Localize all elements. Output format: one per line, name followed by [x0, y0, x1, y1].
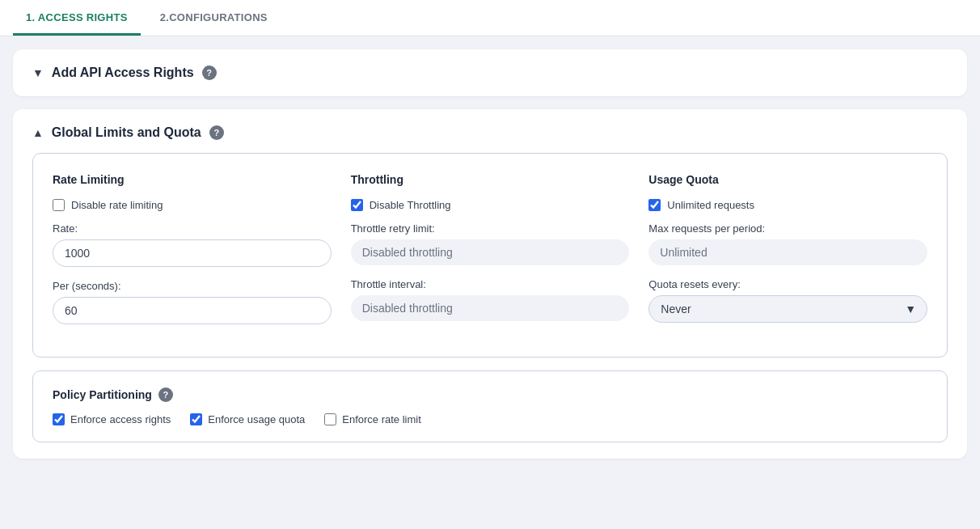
- tab-access-rights[interactable]: 1. ACCESS RIGHTS: [13, 0, 141, 36]
- rate-limiting-column: Rate Limiting Disable rate limiting Rate…: [53, 173, 332, 337]
- policy-partitioning-header: Policy Partitioning ?: [53, 387, 927, 402]
- unlimited-requests-checkbox[interactable]: [648, 199, 661, 211]
- limits-columns: Rate Limiting Disable rate limiting Rate…: [53, 173, 927, 337]
- disable-throttling-label: Disable Throttling: [370, 199, 451, 211]
- rate-form-group: Rate:: [53, 222, 332, 267]
- throttle-interval-input: Disabled throttling: [351, 295, 630, 321]
- throttle-retry-input: Disabled throttling: [351, 239, 630, 265]
- per-seconds-input[interactable]: [53, 297, 332, 324]
- quota-resets-form-group: Quota resets every: Never Daily Weekly M…: [648, 278, 927, 323]
- throttling-column: Throttling Disable Throttling Throttle r…: [351, 173, 630, 337]
- global-limits-help-icon[interactable]: ?: [209, 125, 224, 140]
- disable-rate-limiting-label: Disable rate limiting: [71, 199, 163, 211]
- add-api-title: Add API Access Rights: [52, 66, 194, 80]
- disable-throttling-checkbox[interactable]: [351, 199, 363, 211]
- per-seconds-form-group: Per (seconds):: [53, 280, 332, 324]
- add-api-card-header[interactable]: ▼ Add API Access Rights ?: [32, 66, 948, 80]
- disable-rate-limiting-row: Disable rate limiting: [53, 199, 332, 211]
- unlimited-requests-label: Unlimited requests: [667, 199, 754, 211]
- enforce-rate-checkbox[interactable]: [324, 413, 336, 425]
- enforce-usage-item: Enforce usage quota: [190, 413, 305, 425]
- global-limits-card-header[interactable]: ▲ Global Limits and Quota ?: [32, 125, 948, 140]
- limits-inner-box: Rate Limiting Disable rate limiting Rate…: [32, 153, 948, 358]
- policy-checkboxes-row: Enforce access rights Enforce usage quot…: [53, 413, 927, 425]
- enforce-usage-checkbox[interactable]: [190, 413, 202, 425]
- quota-resets-label: Quota resets every:: [648, 278, 927, 290]
- policy-partitioning-box: Policy Partitioning ? Enforce access rig…: [32, 370, 948, 442]
- add-api-chevron-icon: ▼: [32, 66, 44, 79]
- add-api-card: ▼ Add API Access Rights ?: [13, 49, 967, 96]
- policy-partitioning-title: Policy Partitioning: [53, 388, 152, 401]
- add-api-help-icon[interactable]: ?: [202, 66, 217, 80]
- rate-limiting-title: Rate Limiting: [53, 173, 332, 186]
- usage-quota-title: Usage Quota: [648, 173, 927, 186]
- throttle-retry-form-group: Throttle retry limit: Disabled throttlin…: [351, 222, 630, 265]
- max-requests-label: Max requests per period:: [648, 222, 927, 235]
- rate-label: Rate:: [53, 222, 332, 235]
- enforce-access-checkbox[interactable]: [53, 413, 65, 425]
- enforce-rate-label: Enforce rate limit: [342, 413, 421, 425]
- enforce-rate-item: Enforce rate limit: [324, 413, 421, 425]
- quota-resets-select[interactable]: Never Daily Weekly Monthly: [648, 295, 927, 323]
- disable-rate-limiting-checkbox[interactable]: [53, 199, 65, 211]
- enforce-access-item: Enforce access rights: [53, 413, 171, 425]
- tab-configurations[interactable]: 2.CONFIGURATIONS: [147, 0, 281, 36]
- throttle-retry-label: Throttle retry limit:: [351, 222, 630, 235]
- per-seconds-label: Per (seconds):: [53, 280, 332, 292]
- global-limits-title: Global Limits and Quota: [52, 125, 201, 140]
- enforce-access-label: Enforce access rights: [70, 413, 171, 425]
- disable-throttling-row: Disable Throttling: [351, 199, 630, 211]
- page-container: 1. ACCESS RIGHTS 2.CONFIGURATIONS ▼ Add …: [0, 0, 980, 529]
- policy-partitioning-help-icon[interactable]: ?: [158, 387, 173, 402]
- global-limits-chevron-icon: ▲: [32, 126, 44, 139]
- tabs-bar: 1. ACCESS RIGHTS 2.CONFIGURATIONS: [0, 0, 980, 36]
- throttle-interval-label: Throttle interval:: [351, 278, 630, 290]
- throttling-title: Throttling: [351, 173, 630, 186]
- usage-quota-column: Usage Quota Unlimited requests Max reque…: [648, 173, 927, 337]
- rate-input[interactable]: [53, 239, 332, 267]
- max-requests-input: Unlimited: [648, 239, 927, 265]
- quota-resets-select-wrapper: Never Daily Weekly Monthly ▼: [648, 295, 927, 323]
- unlimited-requests-row: Unlimited requests: [648, 199, 927, 211]
- max-requests-form-group: Max requests per period: Unlimited: [648, 222, 927, 265]
- throttle-interval-form-group: Throttle interval: Disabled throttling: [351, 278, 630, 321]
- global-limits-card: ▲ Global Limits and Quota ? Rate Limitin…: [13, 109, 967, 459]
- enforce-usage-label: Enforce usage quota: [208, 413, 305, 425]
